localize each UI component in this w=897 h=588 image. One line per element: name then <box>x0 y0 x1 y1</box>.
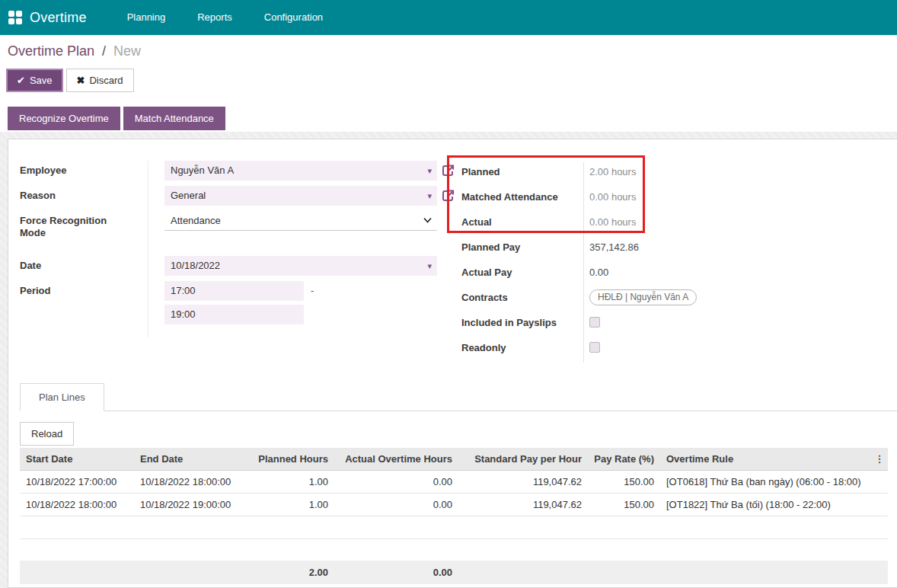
breadcrumb: Overtime Plan / New <box>8 43 141 59</box>
apps-grid-icon[interactable] <box>8 11 22 24</box>
discard-button[interactable]: ✖ Discard <box>66 69 134 92</box>
employee-label: Employee <box>20 165 142 177</box>
recognize-overtime-button[interactable]: Recognize Overtime <box>8 107 120 130</box>
column-header-end-date[interactable]: End Date <box>134 453 248 465</box>
matched-attendance-label: Matched Attendance <box>461 191 583 203</box>
column-header-standard-pay[interactable]: Standard Pay per Hour <box>458 453 588 465</box>
app-name[interactable]: Overtime <box>30 10 87 26</box>
nav-menu: Planning Reports Configuration <box>111 0 339 35</box>
optional-columns-icon[interactable]: ⋮ <box>871 453 888 465</box>
overtime-app-window: Overtime Planning Reports Configuration … <box>0 0 897 588</box>
caret-down-icon[interactable]: ▾ <box>427 186 432 206</box>
chevron-down-icon <box>423 217 432 223</box>
employee-field[interactable]: Nguyễn Văn A ▾ <box>164 161 437 181</box>
force-recognition-mode-label: Force Recognition Mode <box>20 215 130 240</box>
table-row[interactable]: 10/18/2022 17:00:00 10/18/2022 18:00:00 … <box>20 471 888 494</box>
nav-item-planning[interactable]: Planning <box>111 0 182 35</box>
actual-pay-label: Actual Pay <box>461 267 583 278</box>
period-to-field[interactable]: 19:00 <box>164 305 304 324</box>
date-label: Date <box>20 260 142 272</box>
notebook-tabbar: Plan Lines <box>20 383 897 411</box>
total-planned-hours: 2.00 <box>248 567 334 578</box>
included-in-payslips-label: Included in Payslips <box>461 317 583 328</box>
nav-item-configuration[interactable]: Configuration <box>248 0 339 35</box>
match-attendance-button[interactable]: Match Attendance <box>123 107 225 130</box>
actual-label: Actual <box>461 216 583 228</box>
table-header-row: Start Date End Date Planned Hours Actual… <box>20 448 888 471</box>
planned-pay-value: 357,142.86 <box>589 241 639 253</box>
table-empty-row[interactable] <box>20 516 888 539</box>
save-button[interactable]: ✔ Save <box>6 69 63 92</box>
form-left-group: Employee Nguyễn Văn A ▾ Reason <box>20 161 439 330</box>
save-button-label: Save <box>30 75 53 85</box>
reason-field[interactable]: General ▾ <box>164 186 437 206</box>
plan-lines-table: Start Date End Date Planned Hours Actual… <box>20 448 888 539</box>
force-recognition-mode-select[interactable]: Attendance <box>164 211 437 231</box>
actual-pay-value: 0.00 <box>589 267 608 278</box>
total-actual-overtime-hours: 0.00 <box>334 567 458 578</box>
planned-pay-label: Planned Pay <box>461 241 583 253</box>
caret-down-icon[interactable]: ▾ <box>427 256 432 276</box>
planned-value: 2.00 hours <box>589 166 636 177</box>
planned-label: Planned <box>461 166 583 177</box>
actual-value: 0.00 hours <box>589 216 636 228</box>
column-header-overtime-rule[interactable]: Overtime Rule <box>660 453 871 465</box>
table-row[interactable]: 10/18/2022 18:00:00 10/18/2022 19:00:00 … <box>20 494 888 516</box>
readonly-checkbox[interactable] <box>589 342 600 353</box>
breadcrumb-parent[interactable]: Overtime Plan <box>8 43 94 59</box>
breadcrumb-separator: / <box>102 43 106 59</box>
check-icon: ✔ <box>17 75 25 85</box>
discard-button-label: Discard <box>89 75 123 85</box>
form-sheet: Employee Nguyễn Văn A ▾ Reason <box>8 139 897 588</box>
control-panel: Overtime Plan / New ✔ Save ✖ Discard Rec… <box>0 35 897 132</box>
column-header-planned-hours[interactable]: Planned Hours <box>248 453 334 465</box>
period-from-field[interactable]: 17:00 <box>164 281 304 301</box>
top-navbar: Overtime Planning Reports Configuration <box>0 0 897 35</box>
period-label: Period <box>20 285 142 297</box>
tab-plan-lines[interactable]: Plan Lines <box>20 383 104 411</box>
nav-item-reports[interactable]: Reports <box>181 0 248 35</box>
matched-attendance-value: 0.00 hours <box>589 191 636 203</box>
reload-button[interactable]: Reload <box>20 422 74 446</box>
period-separator: - <box>311 281 314 301</box>
caret-down-icon[interactable]: ▾ <box>427 161 432 181</box>
reason-label: Reason <box>20 190 142 202</box>
included-in-payslips-checkbox[interactable] <box>589 317 600 328</box>
column-header-pay-rate[interactable]: Pay Rate (%) <box>588 453 660 465</box>
readonly-label: Readonly <box>461 342 583 353</box>
close-icon: ✖ <box>77 75 85 85</box>
column-header-actual-overtime-hours[interactable]: Actual Overtime Hours <box>334 453 458 465</box>
form-right-group: Planned 2.00 hours Matched Attendance 0.… <box>454 161 892 362</box>
date-field[interactable]: 10/18/2022 ▾ <box>164 256 437 276</box>
contracts-label: Contracts <box>461 292 583 303</box>
table-totals-row: 2.00 0.00 <box>20 561 888 584</box>
contract-tag[interactable]: HĐLĐ | Nguyễn Văn A <box>589 289 697 305</box>
breadcrumb-current: New <box>113 43 141 59</box>
column-header-start-date[interactable]: Start Date <box>20 453 134 465</box>
